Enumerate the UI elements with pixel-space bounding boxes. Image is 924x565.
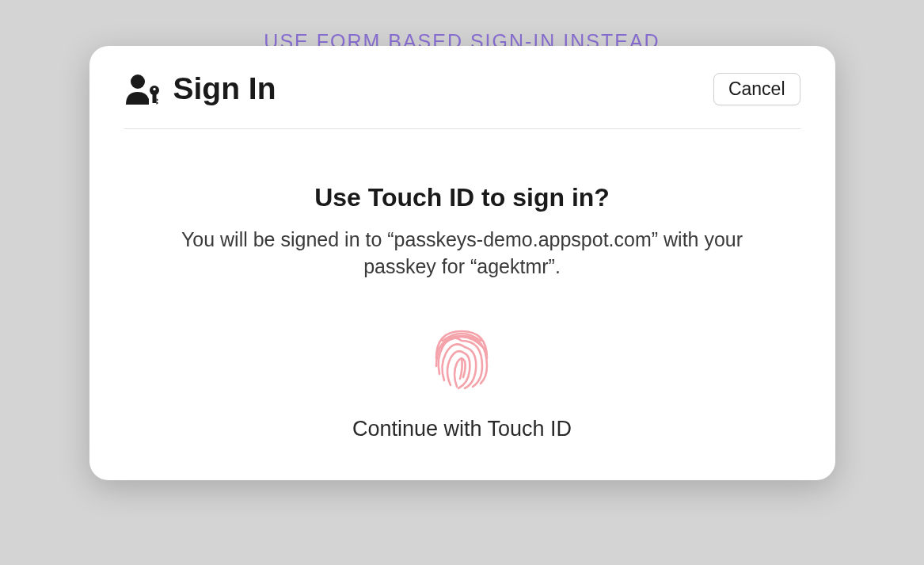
dialog-title-row: Sign In: [124, 71, 276, 106]
svg-point-0: [131, 74, 145, 89]
continue-touchid-label: Continue with Touch ID: [352, 417, 572, 441]
svg-point-2: [153, 88, 155, 90]
fingerprint-icon: [425, 322, 498, 395]
dialog-body: Use Touch ID to sign in? You will be sig…: [124, 129, 800, 441]
cancel-button[interactable]: Cancel: [713, 73, 800, 105]
svg-rect-3: [152, 94, 156, 103]
touchid-prompt-description: You will be signed in to “passkeys-demo.…: [169, 227, 755, 281]
touchid-action[interactable]: Continue with Touch ID: [352, 322, 572, 441]
touchid-prompt-title: Use Touch ID to sign in?: [314, 183, 610, 212]
signin-dialog: Sign In Cancel Use Touch ID to sign in? …: [89, 46, 835, 480]
dialog-title: Sign In: [173, 71, 276, 106]
passkey-icon: [124, 73, 162, 105]
dialog-header: Sign In Cancel: [124, 71, 800, 129]
